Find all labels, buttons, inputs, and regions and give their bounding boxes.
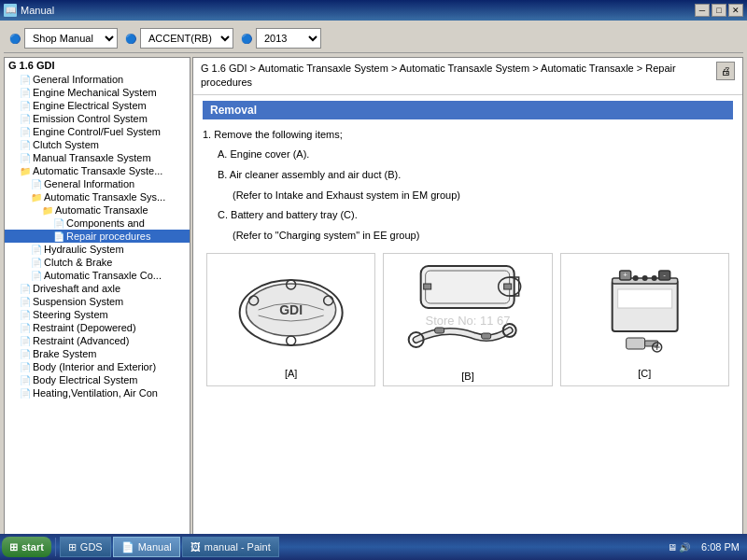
tree-item[interactable]: 📄Clutch System bbox=[5, 138, 190, 151]
taskbar-sys-icons: 🖥 🔊 bbox=[664, 542, 694, 553]
accent-select[interactable]: ACCENT(RB) bbox=[140, 28, 233, 49]
svg-point-23 bbox=[632, 275, 638, 281]
minimize-button[interactable]: ─ bbox=[695, 4, 710, 17]
step-c: C. Battery and battery tray (C). bbox=[203, 207, 733, 224]
breadcrumb: G 1.6 GDI > Automatic Transaxle System >… bbox=[201, 62, 716, 91]
tree-item[interactable]: 📄Hydraulic System bbox=[5, 243, 190, 256]
tree-item[interactable]: 📄Engine Mechanical System bbox=[5, 86, 190, 99]
content-area: Removal 1. Remove the following items; A… bbox=[193, 95, 742, 537]
taskbar-paint-button[interactable]: 🖼 manual - Paint bbox=[182, 537, 279, 557]
image-box-a: GDI [A] bbox=[206, 253, 375, 386]
toolbar-icon-2: 🔵 bbox=[125, 34, 136, 44]
air-cleaner-svg bbox=[388, 261, 547, 313]
year-select[interactable]: 2013 bbox=[256, 28, 321, 49]
tree-item[interactable]: 📄Body Electrical System bbox=[5, 373, 190, 386]
tree-item[interactable]: 📄Restraint (Advanced) bbox=[5, 334, 190, 347]
svg-point-25 bbox=[651, 275, 656, 281]
app-icon: 📖 bbox=[4, 4, 17, 17]
engine-cover-svg: GDI bbox=[211, 261, 371, 364]
tree-root[interactable]: G 1.6 GDI bbox=[5, 58, 190, 73]
close-button[interactable]: ✕ bbox=[728, 4, 743, 17]
toolbar-group-1: 🔵 Shop Manual bbox=[9, 28, 118, 49]
taskbar-gds-button[interactable]: ⊞ GDS bbox=[60, 537, 111, 557]
tree-item[interactable]: 📄Heating,Ventilation, Air Con bbox=[5, 386, 190, 399]
svg-rect-15 bbox=[482, 333, 491, 339]
taskbar-clock: 6:08 PM bbox=[696, 541, 745, 553]
image-label-a: [A] bbox=[285, 368, 297, 379]
toolbar-group-2: 🔵 ACCENT(RB) bbox=[125, 28, 233, 49]
tree-item[interactable]: 📄Body (Interior and Exterior) bbox=[5, 360, 190, 373]
step-c2: (Refer to "Charging system" in EE group) bbox=[203, 228, 733, 245]
step-a: A. Engine cover (A). bbox=[203, 147, 733, 163]
air-duct-svg bbox=[388, 316, 547, 363]
image-label-c: [C] bbox=[638, 368, 651, 379]
taskbar-manual-button[interactable]: 📄 Manual bbox=[113, 537, 180, 557]
shop-manual-select[interactable]: Shop Manual bbox=[24, 28, 118, 49]
tree-item[interactable]: 📄Steering System bbox=[5, 308, 190, 321]
manual-icon: 📄 bbox=[121, 541, 134, 553]
tree-item[interactable]: 📄Suspension System bbox=[5, 295, 190, 308]
tree-item[interactable]: 📄Components and bbox=[5, 217, 190, 230]
toolbar: 🔵 Shop Manual 🔵 ACCENT(RB) 🔵 2013 bbox=[4, 24, 743, 53]
toolbar-icon-3: 🔵 bbox=[241, 34, 252, 44]
step-b: B. Air cleaner assembly and air duct (B)… bbox=[203, 167, 733, 184]
svg-rect-26 bbox=[626, 338, 644, 349]
main-area: G 1.6 GDI 📄General Information📄Engine Me… bbox=[4, 57, 743, 538]
svg-rect-10 bbox=[504, 284, 512, 289]
svg-rect-22 bbox=[617, 289, 671, 308]
right-panel: G 1.6 GDI > Automatic Transaxle System >… bbox=[192, 57, 743, 538]
tree-item[interactable]: 📁Automatic Transaxle Sys... bbox=[5, 190, 190, 203]
image-box-b: [B] bbox=[383, 253, 552, 386]
start-label: start bbox=[21, 541, 44, 553]
tree-item[interactable]: 📄Clutch & Brake bbox=[5, 256, 190, 269]
svg-rect-14 bbox=[435, 328, 444, 333]
images-row: Store No: 11 67 GDI bbox=[203, 253, 733, 386]
tree-item[interactable]: 📄Driveshaft and axle bbox=[5, 282, 190, 295]
gds-icon: ⊞ bbox=[68, 541, 77, 553]
window: 🔵 Shop Manual 🔵 ACCENT(RB) 🔵 2013 G 1.6 … bbox=[0, 21, 747, 560]
image-box-c: + - bbox=[560, 253, 729, 386]
svg-rect-7 bbox=[421, 266, 514, 308]
tree-item[interactable]: 📄Repair procedures bbox=[5, 230, 190, 243]
svg-point-6 bbox=[287, 336, 296, 345]
svg-text:+: + bbox=[623, 271, 627, 279]
print-button[interactable]: 🖨 bbox=[716, 62, 735, 80]
tree-item[interactable]: 📄Manual Transaxle System bbox=[5, 151, 190, 164]
tree-item[interactable]: 📄Emission Control System bbox=[5, 112, 190, 125]
taskbar-divider bbox=[55, 538, 56, 556]
taskbar: ⊞ start ⊞ GDS 📄 Manual 🖼 manual - Paint … bbox=[0, 534, 747, 560]
left-panel: G 1.6 GDI 📄General Information📄Engine Me… bbox=[4, 57, 190, 538]
start-button[interactable]: ⊞ start bbox=[2, 537, 51, 557]
start-icon: ⊞ bbox=[9, 541, 18, 553]
svg-text:-: - bbox=[663, 271, 666, 279]
paint-icon: 🖼 bbox=[190, 541, 201, 553]
tree-item[interactable]: 📄Engine Electrical System bbox=[5, 99, 190, 112]
maximize-button[interactable]: □ bbox=[712, 4, 726, 17]
tree-item[interactable]: 📄Brake System bbox=[5, 347, 190, 360]
gds-label: GDS bbox=[80, 541, 103, 553]
paint-label: manual - Paint bbox=[204, 541, 271, 553]
toolbar-group-3: 🔵 2013 bbox=[241, 28, 321, 49]
step-b2: (Refer to Intake and Exhaust system in E… bbox=[203, 188, 733, 204]
network-icon: 🖥 bbox=[668, 542, 677, 553]
svg-rect-27 bbox=[644, 341, 657, 346]
svg-rect-9 bbox=[424, 284, 431, 289]
title-bar: 📖 Manual ─ □ ✕ bbox=[0, 0, 747, 21]
tree-item[interactable]: 📄Restraint (Depowered) bbox=[5, 321, 190, 334]
volume-icon: 🔊 bbox=[679, 542, 690, 553]
tree-item[interactable]: 📁Automatic Transaxle Syste... bbox=[5, 164, 190, 177]
tree-item[interactable]: 📁Automatic Transaxle bbox=[5, 203, 190, 217]
tree-item[interactable]: 📄Engine Control/Fuel System bbox=[5, 125, 190, 138]
manual-label: Manual bbox=[138, 541, 172, 553]
svg-point-24 bbox=[641, 275, 647, 281]
tree-item[interactable]: 📄General Information bbox=[5, 73, 190, 86]
title-bar-text: Manual bbox=[21, 5, 54, 16]
section-header: Removal bbox=[203, 101, 733, 119]
toolbar-icon-1: 🔵 bbox=[9, 34, 21, 44]
tree-item[interactable]: 📄Automatic Transaxle Co... bbox=[5, 269, 190, 282]
battery-svg: + - bbox=[565, 261, 725, 364]
step-1: 1. Remove the following items; bbox=[203, 127, 733, 144]
svg-text:GDI: GDI bbox=[279, 302, 303, 317]
image-label-b: [B] bbox=[461, 371, 473, 382]
tree-item[interactable]: 📄General Information bbox=[5, 177, 190, 190]
